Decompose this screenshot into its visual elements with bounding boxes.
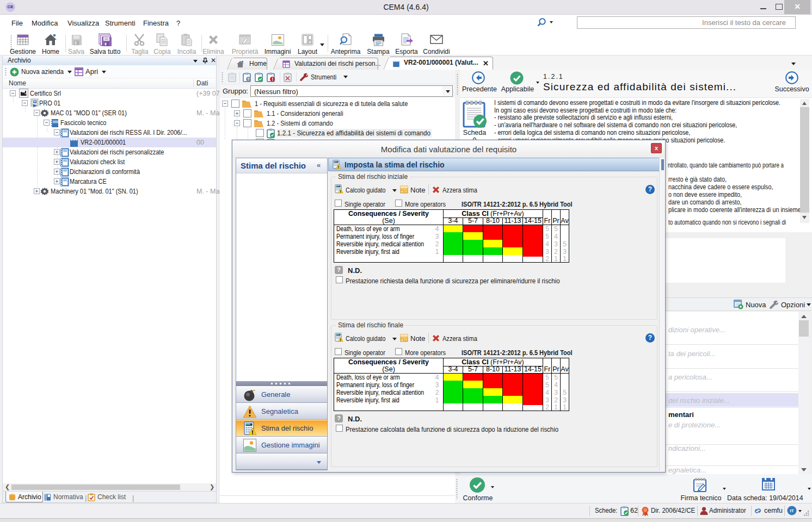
- svg-text:?: ?: [247, 77, 249, 81]
- svg-text:IT: IT: [790, 508, 793, 513]
